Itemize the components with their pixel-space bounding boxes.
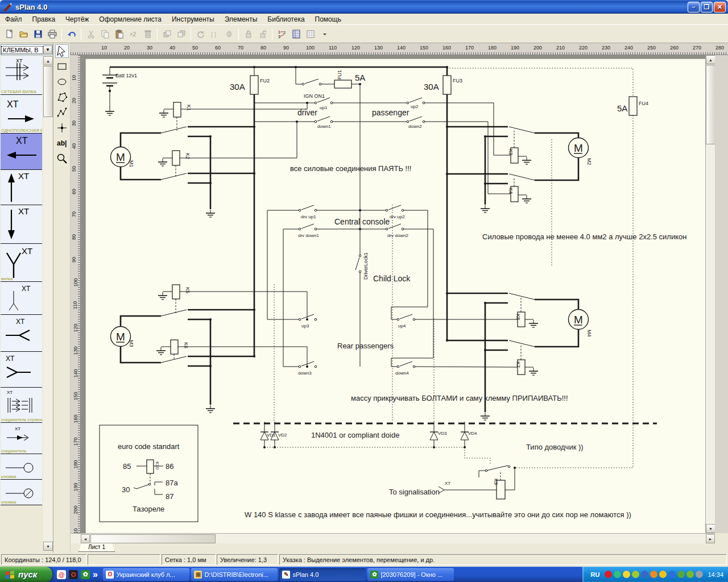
smiley-tray[interactable] bbox=[632, 571, 639, 578]
scroll-right-icon[interactable]: ► bbox=[706, 534, 715, 543]
library-item-arrow-right[interactable]: XTОДНОПОЛЮСНАЯ ВИЛКА bbox=[1, 95, 42, 134]
polygon-tool[interactable] bbox=[55, 90, 69, 104]
svg-text:DriverLock1: DriverLock1 bbox=[363, 252, 369, 280]
restore-button[interactable]: ❐ bbox=[701, 2, 713, 13]
sheet-tab[interactable]: Лист 1 bbox=[78, 543, 115, 552]
library-item-net-plug[interactable]: XTСЕТЕВАЯ ВИЛКА bbox=[1, 56, 42, 95]
quick-launch-overflow[interactable]: » bbox=[93, 569, 98, 580]
copy-button[interactable] bbox=[98, 27, 112, 41]
library-item-triple-connector[interactable]: XTсоединитель строенный bbox=[1, 388, 42, 423]
messenger-tray[interactable] bbox=[614, 571, 621, 578]
cut-button[interactable] bbox=[84, 27, 98, 41]
schematic-canvas[interactable]: MMMMBatt 12v130AFU2IGN ON1FU15Adriverup1… bbox=[81, 55, 705, 533]
fork-right-icon: XT bbox=[1, 352, 42, 386]
windows-tray[interactable] bbox=[641, 571, 648, 578]
library-scrollbar[interactable]: ▲ ▼ bbox=[43, 56, 53, 551]
library-item-terminal-crossed[interactable]: клемма bbox=[1, 480, 42, 505]
open-button[interactable] bbox=[16, 27, 31, 41]
library-panel: КЛЕММЫ, В ▼ XTСЕТЕВАЯ ВИЛКАXTОДНОПОЛЮСНА… bbox=[0, 43, 53, 552]
scroll-left-icon[interactable]: ◄ bbox=[81, 534, 90, 543]
mirror-v-button[interactable] bbox=[222, 27, 236, 41]
rotate-button[interactable] bbox=[193, 27, 208, 41]
send-back-button[interactable] bbox=[174, 27, 188, 41]
library-item-fork-right[interactable]: XT bbox=[1, 352, 42, 388]
undo-button[interactable] bbox=[64, 27, 78, 41]
library-item-connector[interactable]: XTсоединитель bbox=[1, 423, 42, 454]
start-button[interactable]: пуск bbox=[0, 567, 52, 582]
menu-item-6[interactable]: Элементы bbox=[220, 14, 263, 24]
task-button-icq[interactable]: ✿[203076209] - Окно ... bbox=[367, 568, 454, 581]
antivirus-tray[interactable] bbox=[677, 571, 685, 578]
task-button-folder[interactable]: ▣D:\DISTRIB\Electroni... bbox=[191, 568, 278, 581]
menu-item-7[interactable]: Библиотека bbox=[262, 14, 309, 24]
power-tray[interactable] bbox=[659, 571, 667, 578]
rectangle-tool[interactable] bbox=[55, 60, 69, 73]
save-button[interactable] bbox=[31, 27, 45, 41]
language-indicator[interactable]: RU bbox=[588, 571, 603, 579]
gear-tray[interactable] bbox=[650, 571, 657, 578]
horizontal-scrollbar[interactable]: ◄ ► bbox=[71, 533, 715, 543]
polyline-tool[interactable] bbox=[55, 106, 69, 119]
bluetooth-tray[interactable] bbox=[668, 571, 676, 578]
clock-tray[interactable] bbox=[696, 571, 703, 578]
close-button[interactable]: ✕ bbox=[714, 2, 726, 13]
scroll-down-icon[interactable]: ▼ bbox=[706, 524, 715, 533]
opera-tray[interactable] bbox=[605, 571, 612, 578]
svg-text:VD1: VD1 bbox=[267, 433, 276, 438]
scroll-up-icon[interactable]: ▲ bbox=[43, 56, 53, 65]
menu-item-1[interactable]: Файл bbox=[0, 14, 27, 24]
menu-item-2[interactable]: Правка bbox=[27, 14, 61, 24]
scroll-down-icon[interactable]: ▼ bbox=[43, 542, 53, 551]
task-button-opera[interactable]: OУкраинский клуб л... bbox=[103, 568, 189, 581]
toolbar-separator bbox=[81, 28, 81, 40]
menu-item-5[interactable]: Инструменты bbox=[167, 14, 220, 24]
icq-tray[interactable] bbox=[623, 571, 630, 578]
menu-item-3[interactable]: Чертёж bbox=[60, 14, 94, 24]
cursor-tool[interactable] bbox=[55, 44, 69, 58]
text-icon: ab| bbox=[56, 138, 68, 149]
paste-button[interactable] bbox=[112, 27, 126, 41]
library-item-arrow-down[interactable]: XT bbox=[1, 205, 42, 244]
opera-quicklaunch-icon[interactable]: O bbox=[69, 570, 78, 579]
mailru-agent-icon[interactable]: @ bbox=[57, 570, 66, 579]
task-button-splan[interactable]: ✎sPlan 4.0 bbox=[279, 568, 366, 581]
renumber-button[interactable]: 123 bbox=[275, 27, 289, 41]
grid-button[interactable] bbox=[303, 27, 317, 41]
duplicate-button[interactable]: ×2 bbox=[126, 27, 140, 41]
scroll-thumb[interactable] bbox=[706, 65, 715, 144]
bring-front-button[interactable] bbox=[160, 27, 174, 41]
paste-icon bbox=[115, 30, 124, 39]
node-tool[interactable] bbox=[55, 121, 69, 135]
svg-text:Child Lock: Child Lock bbox=[373, 274, 411, 283]
delete-button[interactable] bbox=[140, 27, 155, 41]
menu-item-4[interactable]: Оформление листа bbox=[94, 14, 167, 24]
zoom-tool-tool[interactable] bbox=[55, 152, 69, 165]
svg-text:M: M bbox=[574, 314, 583, 326]
menu-item-8[interactable]: Помощь bbox=[310, 14, 346, 24]
svg-text:XT: XT bbox=[16, 58, 23, 64]
lock-button[interactable] bbox=[241, 27, 255, 41]
chevron-down-icon[interactable]: ▼ bbox=[43, 45, 52, 54]
text-tool[interactable]: ab| bbox=[55, 136, 69, 150]
scroll-thumb[interactable] bbox=[43, 66, 53, 117]
caret-button[interactable] bbox=[317, 27, 332, 41]
vertical-scrollbar[interactable]: ▲ ▼ bbox=[705, 55, 715, 533]
print-button[interactable] bbox=[45, 27, 59, 41]
new-button[interactable] bbox=[2, 27, 16, 41]
library-selector[interactable]: КЛЕММЫ, В ▼ bbox=[1, 44, 53, 55]
icq-quicklaunch-icon[interactable]: ✿ bbox=[81, 570, 90, 579]
library-item-arrow-left[interactable]: XT bbox=[1, 134, 42, 170]
library-item-fork-small[interactable]: XT bbox=[1, 282, 42, 315]
parts-list-button[interactable] bbox=[289, 27, 303, 41]
mirror-h-button[interactable]: [ ] bbox=[208, 27, 222, 41]
library-item-arrow-up[interactable]: XT bbox=[1, 170, 42, 205]
scroll-up-icon[interactable]: ▲ bbox=[706, 55, 715, 64]
library-item-fork-up[interactable]: XTвилка bbox=[1, 244, 42, 282]
library-item-terminal-circle[interactable]: клемма bbox=[1, 454, 42, 480]
minimize-button[interactable]: – bbox=[688, 2, 700, 13]
unlock-button[interactable] bbox=[255, 27, 270, 41]
ellipse-tool[interactable] bbox=[55, 75, 69, 89]
library-item-fork-left[interactable]: XT bbox=[1, 315, 42, 352]
scroll-thumb[interactable] bbox=[90, 534, 216, 543]
update-tray[interactable] bbox=[686, 571, 694, 578]
